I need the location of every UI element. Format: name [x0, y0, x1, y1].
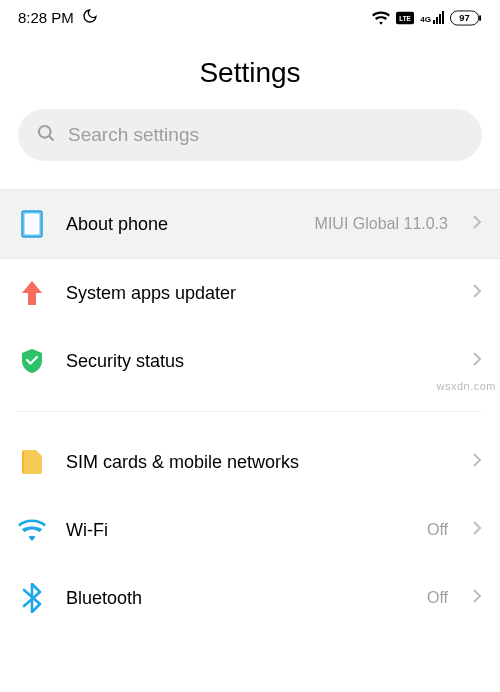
row-label: Wi-Fi [66, 520, 407, 541]
status-time: 8:28 PM [18, 9, 74, 26]
wifi-icon [18, 516, 46, 544]
row-value: MIUI Global 11.0.3 [315, 215, 448, 233]
search-container [18, 109, 482, 161]
chevron-right-icon [472, 452, 482, 472]
wifi-status-icon [372, 11, 390, 25]
update-arrow-icon [18, 279, 46, 307]
row-label: About phone [66, 214, 295, 235]
chevron-right-icon [472, 351, 482, 371]
row-wifi[interactable]: Wi-Fi Off [0, 496, 500, 564]
svg-rect-7 [25, 214, 40, 235]
row-security-status[interactable]: Security status [0, 327, 500, 395]
shield-icon [18, 347, 46, 375]
chevron-right-icon [472, 520, 482, 540]
sim-icon [18, 448, 46, 476]
svg-point-4 [39, 126, 51, 138]
svg-text:LTE: LTE [400, 14, 411, 21]
page-title: Settings [0, 35, 500, 109]
row-system-apps-updater[interactable]: System apps updater [0, 259, 500, 327]
status-right: LTE 4G 97 [372, 10, 482, 26]
chevron-right-icon [472, 283, 482, 303]
chevron-right-icon [472, 214, 482, 234]
volte-icon: LTE [396, 11, 414, 25]
status-bar: 8:28 PM LTE 4G [0, 0, 500, 35]
status-left: 8:28 PM [18, 8, 98, 27]
section-divider [18, 411, 482, 412]
mobile-signal-icon: 4G [420, 11, 444, 24]
battery-icon: 97 [450, 10, 482, 26]
search-bar[interactable] [18, 109, 482, 161]
dnd-moon-icon [82, 8, 98, 27]
search-input[interactable] [68, 124, 464, 146]
row-about-phone[interactable]: About phone MIUI Global 11.0.3 [0, 189, 500, 259]
bluetooth-icon [18, 584, 46, 612]
row-label: Security status [66, 351, 452, 372]
search-icon [36, 123, 56, 147]
battery-text: 97 [459, 12, 469, 23]
phone-icon [18, 210, 46, 238]
chevron-right-icon [472, 588, 482, 608]
row-sim-networks[interactable]: SIM cards & mobile networks [0, 428, 500, 496]
svg-line-5 [49, 136, 53, 140]
watermark: wsxdn.com [436, 380, 496, 392]
row-value: Off [427, 589, 448, 607]
row-label: System apps updater [66, 283, 452, 304]
svg-rect-3 [479, 15, 481, 21]
row-bluetooth[interactable]: Bluetooth Off [0, 564, 500, 632]
row-value: Off [427, 521, 448, 539]
row-label: SIM cards & mobile networks [66, 452, 452, 473]
row-label: Bluetooth [66, 588, 407, 609]
